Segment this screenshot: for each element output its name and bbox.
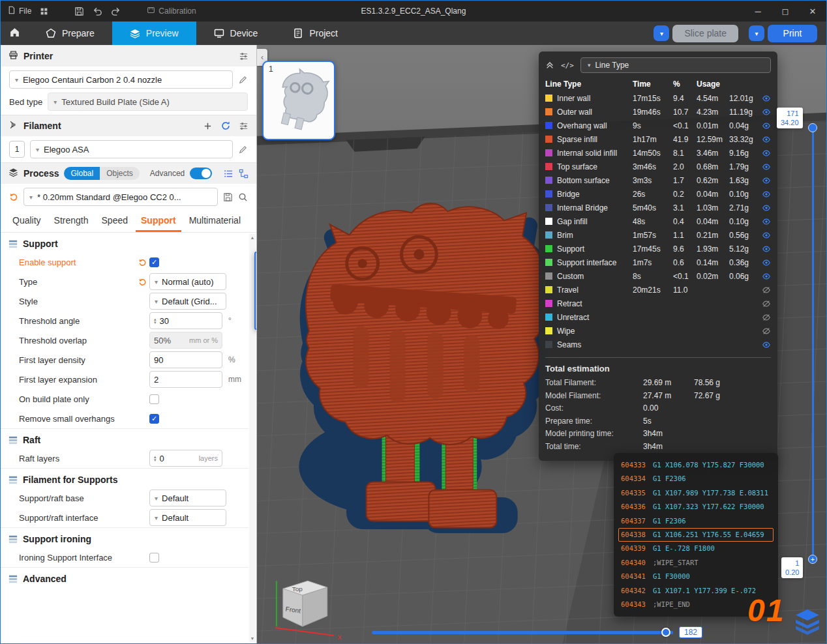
visibility-eye-icon[interactable]	[759, 121, 771, 130]
viewport-3d[interactable]: Top Front x ‹ 1	[257, 45, 826, 643]
type-select[interactable]: ▾Normal (auto)	[149, 273, 226, 290]
toggle-global[interactable]: Global	[64, 167, 100, 180]
redo-icon[interactable]	[111, 7, 121, 16]
slice-options-chevron-icon[interactable]: ▾	[654, 25, 669, 41]
printer-select[interactable]: ▾Elegoo Centauri Carbon 2 0.4 nozzle	[9, 70, 233, 89]
plate-thumbnail[interactable]: 1	[262, 61, 335, 140]
param-list-icon[interactable]	[224, 169, 233, 179]
layers-view-button[interactable]	[794, 608, 820, 637]
tab-project[interactable]: Project	[275, 22, 355, 45]
filament-index[interactable]: 1	[9, 141, 25, 158]
bed-type-select[interactable]: ▾Textured Build Plate (Side A)	[48, 93, 248, 111]
move-slider-handle[interactable]	[661, 628, 670, 637]
undo-icon[interactable]	[93, 7, 102, 16]
param-undo-icon[interactable]	[138, 258, 149, 267]
view-mode-select[interactable]: ▾Line Type	[580, 57, 771, 73]
gcode-line[interactable]: 604340;WIPE_START	[618, 556, 774, 570]
visibility-eye-icon[interactable]	[759, 190, 771, 199]
preset-reset-icon[interactable]	[9, 192, 18, 201]
on-build-plate-only-checkbox[interactable]	[149, 394, 159, 404]
gcode-line[interactable]: 604339G1 E-.728 F1800	[618, 542, 774, 555]
param-tab-speed[interactable]: Speed	[97, 211, 133, 232]
tab-device[interactable]: Device	[196, 22, 276, 45]
visibility-eye-icon[interactable]	[759, 327, 771, 336]
toggle-objects[interactable]: Objects	[100, 167, 140, 180]
preset-search-icon[interactable]	[238, 192, 248, 202]
param-tab-multimaterial[interactable]: Multimaterial	[184, 211, 246, 232]
enable-support-checkbox[interactable]: ✓	[149, 257, 159, 267]
grid-menu-icon[interactable]	[40, 7, 48, 16]
spinner-arrows-icon[interactable]: ▴▾	[154, 317, 157, 325]
raft-layers-input[interactable]: ▴▾0layers	[149, 450, 222, 467]
visibility-eye-icon[interactable]	[759, 217, 771, 226]
layer-slider[interactable]	[812, 128, 814, 559]
visibility-eye-icon[interactable]	[759, 176, 771, 185]
gcode-view-icon[interactable]: </>	[561, 61, 574, 70]
advanced-toggle[interactable]	[190, 168, 212, 179]
param-tab-quality[interactable]: Quality	[7, 211, 46, 232]
printer-edit-icon[interactable]	[238, 75, 248, 85]
visibility-eye-icon[interactable]	[759, 162, 771, 171]
scrollbar-thumb[interactable]	[254, 252, 256, 330]
visibility-eye-icon[interactable]	[759, 313, 771, 322]
visibility-eye-icon[interactable]	[759, 299, 771, 308]
filament-select[interactable]: ▾Elegoo ASA	[30, 140, 233, 158]
gcode-line[interactable]: 604337G1 F2306	[618, 514, 774, 528]
first-layer-expansion-input[interactable]: 2	[149, 371, 222, 388]
panel-collapse-icon[interactable]	[545, 61, 554, 70]
spinner-arrows-icon[interactable]: ▴▾	[154, 455, 157, 462]
visibility-eye-icon[interactable]	[759, 258, 771, 267]
sync-filament-icon[interactable]	[220, 121, 231, 131]
visibility-eye-icon[interactable]	[759, 108, 771, 117]
gcode-line[interactable]: 604336G1 X107.323 Y177.622 F30000	[618, 500, 774, 514]
move-slider-track[interactable]	[372, 631, 673, 634]
calibration-menu[interactable]: Calibration	[147, 6, 196, 16]
gcode-line[interactable]: 604338G1 X106.251 Y176.55 E.04659	[618, 528, 774, 542]
tab-preview[interactable]: Preview	[112, 22, 196, 45]
first-layer-density-input[interactable]: 90	[149, 351, 222, 368]
param-tab-support[interactable]: Support	[136, 211, 181, 232]
file-menu[interactable]: File	[7, 6, 31, 16]
object-tree-icon[interactable]	[239, 169, 248, 179]
visibility-eye-icon[interactable]	[759, 285, 771, 295]
filament-edit-icon[interactable]	[238, 145, 248, 154]
global-objects-toggle[interactable]: GlobalObjects	[64, 167, 139, 180]
threshold-angle-input[interactable]: ▴▾30	[149, 312, 222, 329]
visibility-eye-icon[interactable]	[759, 203, 771, 212]
add-filament-icon[interactable]	[203, 121, 213, 131]
gcode-line[interactable]: 604334G1 F2306	[618, 472, 774, 486]
visibility-eye-icon[interactable]	[759, 340, 771, 349]
slice-plate-button[interactable]: Slice plate	[672, 25, 738, 42]
print-button[interactable]: Print	[768, 25, 817, 42]
scrollbar-down-icon[interactable]: ▼	[250, 635, 255, 642]
support-raft-base-select[interactable]: ▾Default	[149, 490, 226, 506]
printer-settings-icon[interactable]	[239, 51, 248, 61]
gcode-line[interactable]: 604333G1 X106.078 Y175.827 F30000	[618, 458, 774, 472]
visibility-eye-icon[interactable]	[759, 94, 771, 103]
visibility-eye-icon[interactable]	[759, 135, 771, 144]
visibility-eye-icon[interactable]	[759, 272, 771, 281]
preset-save-icon[interactable]	[223, 192, 233, 202]
maximize-button[interactable]: ◻	[772, 1, 799, 22]
params-scrollbar[interactable]: ▲ ▼	[249, 234, 256, 642]
close-button[interactable]: ✕	[799, 1, 826, 22]
visibility-eye-icon[interactable]	[759, 244, 771, 254]
style-select[interactable]: ▾Default (Grid...	[149, 293, 226, 310]
ironing-support-interface-checkbox[interactable]	[149, 553, 159, 563]
scrollbar-up-icon[interactable]: ▲	[250, 234, 255, 241]
preset-select[interactable]: ▾* 0.20mm Standard @Elegoo CC2 0...	[23, 188, 218, 206]
remove-small-overhangs-checkbox[interactable]: ✓	[149, 414, 159, 424]
tab-prepare[interactable]: Prepare	[28, 22, 112, 45]
gcode-line[interactable]: 604335G1 X107.989 Y177.738 E.08311	[618, 486, 774, 500]
layer-slider-top-handle[interactable]	[808, 123, 817, 132]
layer-slider-bottom-handle[interactable]: +	[808, 555, 817, 564]
gcode-line[interactable]: 604341G1 F30000	[618, 570, 774, 583]
support-raft-interface-select[interactable]: ▾Default	[149, 509, 226, 526]
visibility-eye-icon[interactable]	[759, 149, 771, 158]
threshold-overlap-input[interactable]: 50%mm or %	[149, 332, 222, 349]
param-undo-icon[interactable]	[138, 278, 149, 286]
param-tab-strength[interactable]: Strength	[49, 211, 94, 232]
visibility-eye-icon[interactable]	[759, 231, 771, 240]
save-icon[interactable]	[74, 7, 84, 16]
home-button[interactable]	[1, 22, 28, 45]
